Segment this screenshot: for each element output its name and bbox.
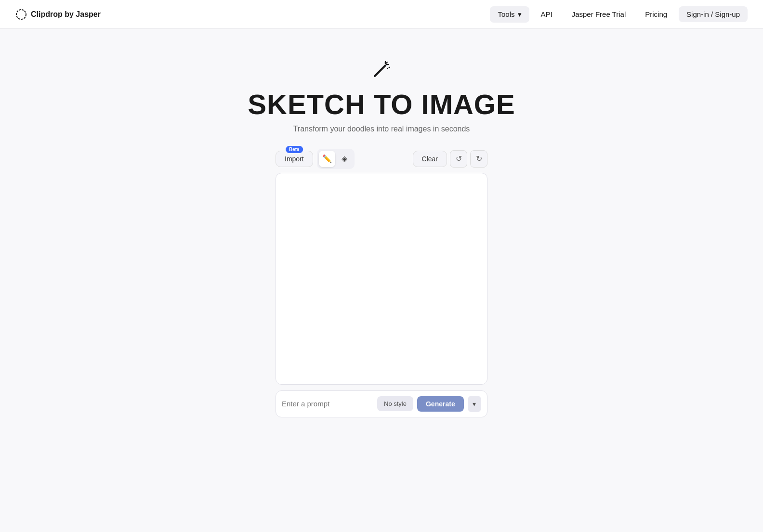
- toolbar: Beta Import ✏️ ◈ Clear ↺ ↻: [276, 149, 487, 169]
- pen-tool-button[interactable]: ✏️: [319, 151, 335, 167]
- prompt-input[interactable]: [282, 400, 373, 408]
- logo-icon: [15, 9, 27, 20]
- nav-links: Tools ▾ API Jasper Free Trial Pricing Si…: [490, 6, 748, 23]
- chevron-down-icon: ▾: [473, 400, 476, 408]
- tools-button[interactable]: Tools ▾: [490, 6, 529, 23]
- generate-button[interactable]: Generate: [417, 396, 464, 412]
- redo-icon: ↻: [476, 154, 482, 163]
- undo-button[interactable]: ↺: [450, 150, 467, 168]
- api-button[interactable]: API: [533, 6, 560, 22]
- svg-line-4: [386, 62, 387, 64]
- signin-label: Sign-in / Sign-up: [686, 10, 740, 18]
- page-title: SKETCH TO IMAGE: [248, 89, 515, 120]
- logo-text: Clipdrop by Jasper: [31, 10, 101, 19]
- generate-dropdown-button[interactable]: ▾: [468, 396, 481, 412]
- hero-subtitle: Transform your doodles into real images …: [293, 125, 470, 133]
- import-button[interactable]: Import: [276, 151, 313, 167]
- no-style-label: No style: [384, 400, 407, 407]
- navbar: Clipdrop by Jasper Tools ▾ API Jasper Fr…: [0, 0, 763, 29]
- logo[interactable]: Clipdrop by Jasper: [15, 9, 101, 20]
- api-label: API: [541, 10, 553, 18]
- clear-button[interactable]: Clear: [413, 151, 447, 167]
- wand-icon: [370, 58, 393, 85]
- sketch-canvas[interactable]: [276, 173, 487, 385]
- draw-tools: ✏️ ◈: [317, 149, 355, 169]
- trial-button[interactable]: Jasper Free Trial: [564, 6, 634, 22]
- signin-button[interactable]: Sign-in / Sign-up: [679, 6, 748, 22]
- pricing-button[interactable]: Pricing: [637, 6, 675, 22]
- eraser-tool-button[interactable]: ◈: [336, 151, 353, 167]
- import-wrapper: Beta Import: [276, 151, 313, 167]
- eraser-icon: ◈: [342, 154, 347, 163]
- redo-button[interactable]: ↻: [470, 150, 487, 168]
- undo-icon: ↺: [456, 154, 462, 163]
- svg-point-5: [388, 67, 390, 68]
- toolbar-right: Clear ↺ ↻: [413, 150, 487, 168]
- svg-point-6: [387, 68, 388, 69]
- pricing-label: Pricing: [645, 10, 667, 18]
- no-style-button[interactable]: No style: [377, 396, 413, 411]
- import-label: Import: [285, 155, 304, 163]
- prompt-bar: No style Generate ▾: [276, 390, 487, 417]
- beta-badge: Beta: [286, 146, 303, 153]
- tools-label: Tools: [498, 10, 514, 18]
- pen-icon: ✏️: [322, 154, 332, 163]
- svg-line-1: [375, 65, 385, 76]
- clear-label: Clear: [422, 155, 438, 163]
- generate-label: Generate: [426, 400, 455, 408]
- toolbar-left: Beta Import ✏️ ◈: [276, 149, 355, 169]
- svg-point-0: [16, 10, 26, 19]
- main-content: SKETCH TO IMAGE Transform your doodles i…: [0, 29, 763, 417]
- hero-section: SKETCH TO IMAGE Transform your doodles i…: [248, 58, 515, 133]
- chevron-down-icon: ▾: [518, 10, 522, 19]
- trial-label: Jasper Free Trial: [572, 10, 626, 18]
